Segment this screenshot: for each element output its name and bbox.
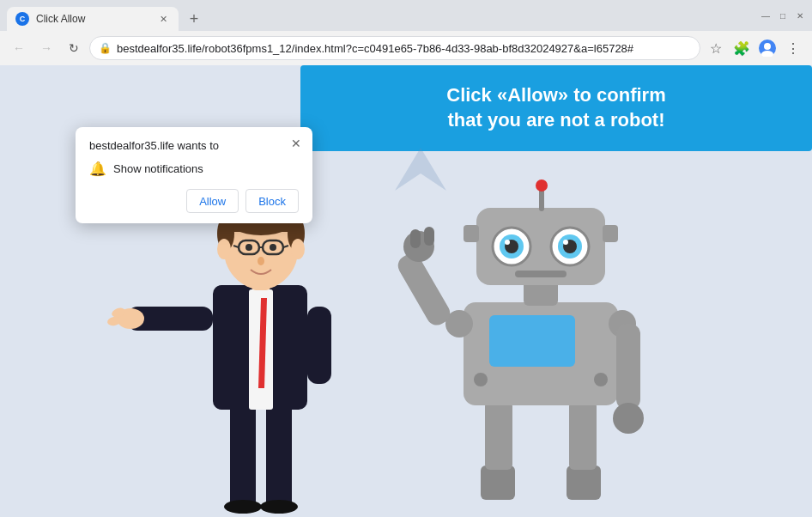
tab-favicon: C <box>15 12 29 26</box>
svg-rect-4 <box>266 405 292 508</box>
tab-bar: C Click Allow ✕ + <box>7 0 754 31</box>
lock-icon: 🔒 <box>99 42 112 54</box>
popup-notification-text: Show notifications <box>113 162 203 175</box>
page-background: Click «Allow» to confirm that you are no… <box>0 65 812 517</box>
svg-rect-33 <box>485 401 512 470</box>
maximize-button[interactable]: □ <box>778 10 788 21</box>
toolbar-icons: ☆ 🧩 ⋮ <box>704 36 805 60</box>
popup-buttons: Allow Block <box>89 189 299 213</box>
svg-rect-3 <box>230 405 256 508</box>
svg-point-46 <box>613 403 644 434</box>
svg-rect-41 <box>394 250 453 329</box>
url-text: bestdealfor35.life/robot36fpms1_12/index… <box>117 42 691 55</box>
window-close-button[interactable]: ✕ <box>795 10 805 21</box>
svg-rect-11 <box>307 307 331 384</box>
window-controls: — □ ✕ <box>754 10 805 21</box>
svg-rect-44 <box>424 227 434 246</box>
svg-rect-45 <box>616 324 640 410</box>
title-bar: C Click Allow ✕ + — □ ✕ <box>0 0 812 31</box>
svg-point-38 <box>594 373 608 386</box>
tab-title: Click Allow <box>36 13 149 25</box>
svg-point-1 <box>764 43 771 50</box>
svg-rect-36 <box>489 315 575 367</box>
svg-point-37 <box>474 373 488 386</box>
browser-window: C Click Allow ✕ + — □ ✕ ← → ↻ 🔒 bestdeal… <box>0 0 812 517</box>
svg-point-5 <box>224 500 262 514</box>
forward-button[interactable]: → <box>34 36 58 60</box>
svg-point-56 <box>505 240 510 245</box>
minimize-button[interactable]: — <box>760 10 771 21</box>
notification-popup: ✕ bestdealfor35.life wants to 🔔 Show not… <box>76 127 312 223</box>
svg-rect-49 <box>464 225 479 242</box>
menu-button[interactable]: ⋮ <box>781 36 805 60</box>
svg-rect-50 <box>603 225 618 242</box>
svg-point-30 <box>291 239 305 259</box>
popup-close-button[interactable]: ✕ <box>288 136 304 151</box>
tab-close-button[interactable]: ✕ <box>156 12 170 26</box>
back-button[interactable]: ← <box>7 36 31 60</box>
svg-point-26 <box>245 244 252 251</box>
svg-rect-43 <box>410 229 421 248</box>
bookmark-button[interactable]: ☆ <box>704 36 728 60</box>
svg-point-29 <box>217 239 231 259</box>
bell-icon: 🔔 <box>89 161 106 177</box>
allow-button[interactable]: Allow <box>186 189 239 213</box>
svg-rect-61 <box>515 271 567 277</box>
popup-title: bestdealfor35.life wants to <box>89 139 299 152</box>
active-tab[interactable]: C Click Allow ✕ <box>7 7 179 31</box>
page-content: Click «Allow» to confirm that you are no… <box>0 65 812 517</box>
svg-point-60 <box>563 240 568 245</box>
address-bar: ← → ↻ 🔒 bestdealfor35.life/robot36fpms1_… <box>0 31 812 65</box>
svg-rect-34 <box>569 401 597 470</box>
extensions-button[interactable]: 🧩 <box>730 36 754 60</box>
svg-point-27 <box>270 244 276 251</box>
svg-point-52 <box>536 179 548 192</box>
profile-button[interactable] <box>755 36 779 60</box>
reload-button[interactable]: ↻ <box>62 36 86 60</box>
popup-notification-row: 🔔 Show notifications <box>89 161 299 177</box>
block-button[interactable]: Block <box>245 189 299 213</box>
svg-rect-32 <box>567 465 601 500</box>
svg-rect-31 <box>481 465 515 500</box>
svg-point-28 <box>258 257 264 265</box>
svg-point-6 <box>260 500 298 514</box>
address-bar-input[interactable]: 🔒 bestdealfor35.life/robot36fpms1_12/ind… <box>89 36 700 60</box>
new-tab-button[interactable]: + <box>182 7 206 31</box>
svg-rect-51 <box>539 189 544 211</box>
